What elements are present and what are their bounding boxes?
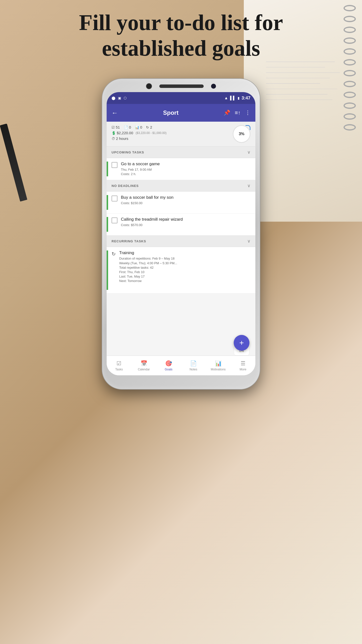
repeat-stat: ↻ 2: [146, 125, 152, 129]
cost-stat-icon: 💲: [112, 131, 116, 135]
task-content: Training Duration of repetitions: Feb 9 …: [119, 250, 252, 283]
phone-container: ⬤ ▣ ⬡ ▲ ▌▌ ▮ 3:47 ← Sport 📌 ≡↑ ⋮: [102, 79, 260, 374]
cost-value: $2,220.00: [117, 131, 133, 135]
status-bar: ⬤ ▣ ⬡ ▲ ▌▌ ▮ 3:47: [107, 92, 255, 104]
task-checkbox[interactable]: [112, 218, 118, 223]
status-circle-icon: ⬤: [112, 96, 116, 100]
task-content: Buy a soccer ball for my son Costs: $150…: [121, 195, 252, 206]
time-stat: ⏱ 2 hours: [112, 136, 128, 140]
goals-nav-icon: 🎯: [165, 360, 172, 367]
repeat-stat-icon: ↻: [146, 125, 149, 129]
sort-button[interactable]: ≡↑: [235, 110, 240, 116]
task-meta: Duration of repetitions: Feb 9 – May 18 …: [119, 256, 252, 283]
calendar-nav-icon: 📅: [140, 360, 147, 367]
page-headline: Fill your to-do list for established goa…: [20, 10, 342, 61]
pin-button[interactable]: 📌: [224, 110, 230, 116]
nav-item-calendar[interactable]: 📅 Calendar: [132, 358, 156, 373]
status-nav-icon: ⬡: [124, 96, 126, 100]
bars-stat: 📊 0: [135, 125, 142, 129]
spiral-ring: [344, 102, 356, 109]
time-stat-icon: ⏱: [112, 137, 115, 140]
notes-nav-label: Notes: [190, 368, 197, 371]
spiral-ring: [344, 81, 356, 87]
tasks-stat-icon: ☑: [112, 125, 115, 129]
nav-item-more[interactable]: ☰ More: [230, 358, 255, 373]
scroll-area[interactable]: UPCOMING TASKS ∨ Go to a soccer game Thu…: [107, 146, 255, 354]
files-count: 0: [129, 125, 131, 129]
wifi-icon: ▲: [224, 96, 228, 100]
notebook-lines: [266, 62, 345, 105]
phone-top-hardware: [107, 83, 255, 89]
progress-arc: [246, 125, 250, 130]
status-time: 3:47: [242, 96, 250, 101]
task-meta: Thu, Feb 17, 9:00 AMCosts: 2 h.: [121, 168, 252, 176]
more-button[interactable]: ⋮: [245, 110, 250, 116]
front-camera: [146, 83, 152, 89]
cost-stat: 💲 $2,220.00 ($3,220.00 - $1,000.00): [112, 131, 166, 135]
task-green-bar: [107, 250, 108, 290]
bars-count: 0: [140, 125, 142, 129]
task-item[interactable]: Buy a soccer ball for my son Costs: $150…: [107, 192, 255, 214]
repeat-icon: ↻: [112, 251, 116, 257]
more-nav-icon: ☰: [240, 360, 246, 367]
task-content: Calling the treadmill repair wizard Cost…: [121, 217, 252, 227]
section-header-upcoming[interactable]: UPCOMING TASKS ∨: [107, 146, 255, 158]
task-green-bar: [107, 217, 108, 232]
nav-item-notes[interactable]: 📄 Notes: [181, 358, 206, 373]
goals-nav-label: Goals: [165, 368, 172, 371]
task-title: Training: [119, 250, 252, 256]
section-header-nodeadlines[interactable]: NO DEADLINES ∨: [107, 180, 255, 192]
task-meta: Costs: $570.00: [121, 223, 252, 227]
stats-row-2: 💲 $2,220.00 ($3,220.00 - $1,000.00): [112, 131, 166, 135]
nav-item-tasks[interactable]: ☑ Tasks: [107, 358, 132, 373]
stats-row-3: ⏱ 2 hours: [112, 136, 166, 140]
task-green-bar: [107, 195, 108, 210]
nav-item-motivations[interactable]: 📊 Motivations: [206, 358, 231, 373]
chevron-down-icon-upcoming[interactable]: ∨: [247, 150, 250, 155]
tasks-nav-icon: ☑: [116, 360, 122, 367]
back-button[interactable]: ←: [112, 109, 118, 117]
files-stat: 📄 0: [124, 125, 131, 129]
status-sim-icon: ▣: [118, 96, 121, 100]
speaker-grille: [159, 84, 204, 88]
task-item-recurring[interactable]: ↻ Training Duration of repetitions: Feb …: [107, 247, 255, 294]
task-title: Buy a soccer ball for my son: [121, 195, 252, 200]
stats-row-1: ☑ 51 📄 0 📊 0 ↻ 2: [112, 125, 166, 129]
goal-stats-bar: ☑ 51 📄 0 📊 0 ↻ 2: [107, 122, 255, 146]
nav-item-goals[interactable]: 🎯 Goals: [156, 358, 181, 373]
task-item[interactable]: Calling the treadmill repair wizard Cost…: [107, 214, 255, 236]
task-checkbox[interactable]: [112, 162, 118, 168]
motivations-nav-label: Motivations: [211, 368, 226, 371]
task-item[interactable]: Go to a soccer game Thu, Feb 17, 9:00 AM…: [107, 158, 255, 180]
task-title: Go to a soccer game: [121, 162, 252, 166]
notes-nav-icon: 📄: [190, 360, 197, 367]
battery-icon: ▮: [238, 96, 240, 100]
phone-screen: ⬤ ▣ ⬡ ▲ ▌▌ ▮ 3:47 ← Sport 📌 ≡↑ ⋮: [107, 92, 255, 375]
chevron-down-icon-nodeadlines[interactable]: ∨: [247, 183, 250, 188]
toolbar-actions: 📌 ≡↑ ⋮: [224, 110, 250, 116]
fab-add-button[interactable]: +: [234, 335, 250, 351]
progress-percent: 3%: [238, 132, 244, 136]
tasks-stat: ☑ 51: [112, 125, 120, 129]
section-header-recurring[interactable]: RECURRING TASKS ∨: [107, 236, 255, 247]
calendar-nav-label: Calendar: [138, 368, 150, 371]
status-right-icons: ▲ ▌▌ ▮ 3:47: [224, 96, 250, 101]
task-green-bar: [107, 162, 108, 176]
task-checkbox[interactable]: [112, 196, 118, 202]
spiral-ring: [344, 113, 356, 120]
progress-circle: 3%: [233, 125, 250, 143]
spiral-ring: [344, 124, 356, 130]
files-stat-icon: 📄: [124, 125, 128, 129]
phone-frame: ⬤ ▣ ⬡ ▲ ▌▌ ▮ 3:47 ← Sport 📌 ≡↑ ⋮: [102, 79, 260, 389]
more-nav-label: More: [240, 368, 246, 371]
motivations-nav-icon: 📊: [215, 360, 222, 367]
spiral-ring: [344, 70, 356, 76]
task-meta: Costs: $150.00: [121, 201, 252, 206]
chevron-down-icon-recurring[interactable]: ∨: [247, 238, 250, 244]
app-toolbar: ← Sport 📌 ≡↑ ⋮: [107, 104, 255, 122]
bars-stat-icon: 📊: [135, 125, 139, 129]
signal-icon: ▌▌: [230, 96, 236, 100]
task-content: Go to a soccer game Thu, Feb 17, 9:00 AM…: [121, 162, 252, 176]
bottom-nav: ☑ Tasks 📅 Calendar 🎯 Goals 📄 Notes 📊: [107, 356, 255, 375]
front-sensor: [211, 84, 216, 89]
